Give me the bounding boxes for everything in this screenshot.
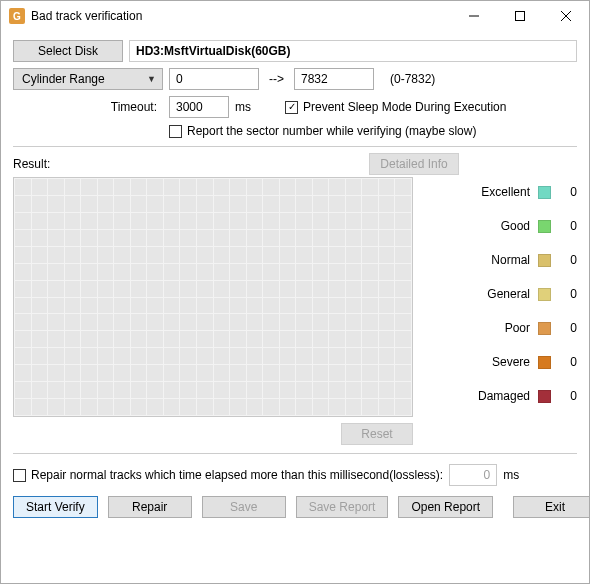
detailed-info-button[interactable]: Detailed Info xyxy=(369,153,459,175)
grid-cell xyxy=(247,382,263,398)
grid-cell xyxy=(395,213,411,229)
grid-cell xyxy=(329,281,345,297)
grid-cell xyxy=(214,365,230,381)
grid-cell xyxy=(263,179,279,195)
grid-cell xyxy=(114,314,130,330)
save-report-button[interactable]: Save Report xyxy=(296,496,389,518)
grid-cell xyxy=(395,230,411,246)
range-start-input[interactable] xyxy=(169,68,259,90)
grid-cell xyxy=(98,298,114,314)
grid-cell xyxy=(180,382,196,398)
grid-cell xyxy=(32,314,48,330)
grid-cell xyxy=(346,213,362,229)
minimize-button[interactable] xyxy=(451,1,497,31)
grid-cell xyxy=(263,264,279,280)
grid-cell xyxy=(379,264,395,280)
report-sector-checkbox[interactable]: Report the sector number while verifying… xyxy=(169,124,476,138)
legend-label: Excellent xyxy=(481,185,530,199)
grid-cell xyxy=(164,213,180,229)
grid-cell xyxy=(114,281,130,297)
repair-threshold-checkbox[interactable]: Repair normal tracks which time elapsed … xyxy=(13,468,443,482)
grid-cell xyxy=(197,247,213,263)
close-button[interactable] xyxy=(543,1,589,31)
repair-button[interactable]: Repair xyxy=(108,496,192,518)
grid-cell xyxy=(48,331,64,347)
grid-cell xyxy=(81,399,97,415)
grid-cell xyxy=(263,348,279,364)
grid-cell xyxy=(48,264,64,280)
range-end-input[interactable] xyxy=(294,68,374,90)
grid-cell xyxy=(346,348,362,364)
grid-cell xyxy=(230,281,246,297)
maximize-button[interactable] xyxy=(497,1,543,31)
grid-cell xyxy=(131,331,147,347)
grid-cell xyxy=(180,348,196,364)
grid-cell xyxy=(230,298,246,314)
legend-count: 0 xyxy=(559,389,577,403)
grid-cell xyxy=(114,247,130,263)
grid-cell xyxy=(48,247,64,263)
grid-cell xyxy=(379,281,395,297)
grid-cell xyxy=(180,399,196,415)
open-report-button[interactable]: Open Report xyxy=(398,496,493,518)
grid-cell xyxy=(280,196,296,212)
grid-cell xyxy=(346,230,362,246)
grid-cell xyxy=(114,213,130,229)
grid-cell xyxy=(48,314,64,330)
grid-cell xyxy=(147,230,163,246)
grid-cell xyxy=(48,179,64,195)
grid-cell xyxy=(15,331,31,347)
legend: Excellent0Good0Normal0General0Poor0Sever… xyxy=(413,177,577,445)
grid-cell xyxy=(379,179,395,195)
grid-cell xyxy=(313,331,329,347)
grid-cell xyxy=(65,348,81,364)
grid-cell xyxy=(98,382,114,398)
legend-row: Damaged0 xyxy=(429,389,577,403)
range-hint: (0-7832) xyxy=(380,72,435,86)
start-verify-button[interactable]: Start Verify xyxy=(13,496,98,518)
grid-cell xyxy=(230,331,246,347)
grid-cell xyxy=(329,314,345,330)
grid-cell xyxy=(48,196,64,212)
grid-cell xyxy=(180,365,196,381)
select-disk-button[interactable]: Select Disk xyxy=(13,40,123,62)
grid-cell xyxy=(214,230,230,246)
grid-cell xyxy=(395,196,411,212)
grid-cell xyxy=(32,298,48,314)
grid-cell xyxy=(81,382,97,398)
save-button[interactable]: Save xyxy=(202,496,286,518)
grid-cell xyxy=(32,247,48,263)
grid-cell xyxy=(296,298,312,314)
grid-cell xyxy=(247,264,263,280)
grid-cell xyxy=(32,281,48,297)
grid-cell xyxy=(147,365,163,381)
legend-label: Damaged xyxy=(478,389,530,403)
grid-cell xyxy=(81,348,97,364)
grid-cell xyxy=(247,230,263,246)
grid-cell xyxy=(296,264,312,280)
grid-cell xyxy=(147,179,163,195)
grid-cell xyxy=(362,382,378,398)
grid-cell xyxy=(15,348,31,364)
grid-cell xyxy=(164,247,180,263)
range-mode-select[interactable]: Cylinder Range ▼ xyxy=(13,68,163,90)
grid-cell xyxy=(379,230,395,246)
grid-cell xyxy=(81,247,97,263)
grid-cell xyxy=(280,331,296,347)
grid-cell xyxy=(180,213,196,229)
checkbox-box-icon: ✓ xyxy=(285,101,298,114)
reset-button[interactable]: Reset xyxy=(341,423,413,445)
grid-cell xyxy=(197,298,213,314)
legend-label: Good xyxy=(501,219,530,233)
grid-cell xyxy=(313,213,329,229)
prevent-sleep-checkbox[interactable]: ✓ Prevent Sleep Mode During Execution xyxy=(285,100,506,114)
grid-cell xyxy=(296,348,312,364)
grid-cell xyxy=(98,281,114,297)
grid-cell xyxy=(214,331,230,347)
grid-cell xyxy=(98,179,114,195)
grid-cell xyxy=(164,331,180,347)
grid-cell xyxy=(65,213,81,229)
timeout-input[interactable] xyxy=(169,96,229,118)
exit-button[interactable]: Exit xyxy=(513,496,590,518)
grid-cell xyxy=(32,365,48,381)
